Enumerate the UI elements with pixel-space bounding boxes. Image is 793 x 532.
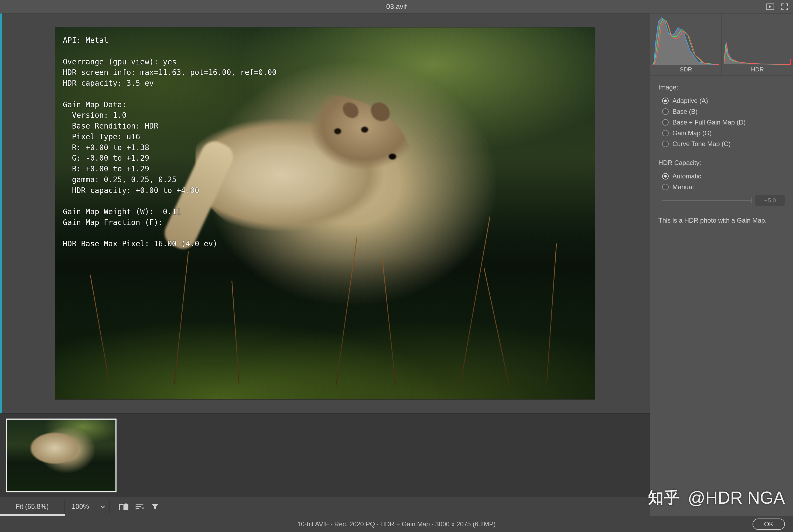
status-center-text: 10-bit AVIF · Rec. 2020 PQ · HDR + Gain … [0,520,793,528]
radio-label: Gain Map (G) [672,129,712,137]
svg-rect-2 [119,505,123,510]
hdr-capacity-slider-row: +5.0 [650,192,793,206]
radio-label: Adaptive (A) [672,97,708,104]
image-mode-option-2[interactable]: Base + Full Gain Map (D) [662,117,785,128]
hdr-capacity-value[interactable]: +5.0 [755,195,785,206]
radio-indicator [662,108,669,115]
zoom-100-button[interactable]: 100% [65,500,96,514]
side-panel: SDR HDR Image: [650,14,793,516]
svg-rect-3 [124,505,128,510]
histogram-row: SDR HDR [650,14,793,75]
histogram-hdr-label: HDR [722,66,793,75]
filter-icon[interactable] [147,503,163,510]
radio-indicator [662,141,669,147]
image-mode-group: Adaptive (A)Base (B)Base + Full Gain Map… [650,94,793,149]
ok-button[interactable]: OK [753,518,785,530]
image-info-text: This is a HDR photo with a Gain Map. [650,206,793,235]
preview-image: API: Metal Overrange (gpu view): yes HDR… [55,27,595,399]
zoom-fit-button[interactable]: Fit (65.8%) [0,500,65,514]
radio-label: Automatic [672,172,701,180]
zoom-menu-button[interactable] [96,500,110,514]
hdr-capacity-group: AutomaticManual [650,169,793,192]
histogram-hdr[interactable] [724,16,791,65]
image-mode-option-3[interactable]: Gain Map (G) [662,128,785,138]
image-mode-heading: Image: [650,75,793,94]
radio-label: Curve Tone Map (C) [672,140,731,148]
radio-label: Base (B) [672,108,698,115]
radio-indicator [662,130,669,136]
hdr-capacity-option-0[interactable]: Automatic [662,171,785,182]
radio-indicator [662,184,669,190]
window-title: 03.avif [0,2,793,11]
svg-rect-9 [790,59,791,65]
radio-indicator [662,173,669,179]
sort-icon[interactable] [132,503,147,510]
image-viewer[interactable]: API: Metal Overrange (gpu view): yes HDR… [0,14,650,413]
radio-indicator [662,98,669,104]
titlebar: 03.avif [0,0,793,14]
thumbnail-1[interactable] [6,419,116,492]
image-mode-option-0[interactable]: Adaptive (A) [662,95,785,106]
play-in-rect-icon[interactable] [766,3,774,11]
hdr-capacity-option-1[interactable]: Manual [662,182,785,192]
image-mode-option-1[interactable]: Base (B) [662,106,785,117]
compare-icon[interactable] [116,503,132,510]
histogram-sdr-label: SDR [650,66,721,75]
debug-overlay: API: Metal Overrange (gpu view): yes HDR… [63,35,276,249]
histogram-sdr[interactable] [652,16,719,65]
zoom-toolbar: Fit (65.8%) 100% [0,497,650,516]
status-bar: 10-bit AVIF · Rec. 2020 PQ · HDR + Gain … [0,516,793,532]
radio-indicator [662,119,669,126]
hdr-capacity-heading: HDR Capacity: [650,149,793,169]
hdr-capacity-slider[interactable] [662,200,752,201]
filmstrip [0,413,650,497]
left-accent-edge [0,14,2,413]
radio-label: Base + Full Gain Map (D) [672,119,745,126]
svg-marker-1 [769,5,771,8]
svg-point-4 [125,503,127,505]
radio-label: Manual [672,183,694,191]
fullscreen-icon[interactable] [780,3,789,11]
image-mode-option-4[interactable]: Curve Tone Map (C) [662,138,785,149]
svg-marker-8 [152,504,158,510]
